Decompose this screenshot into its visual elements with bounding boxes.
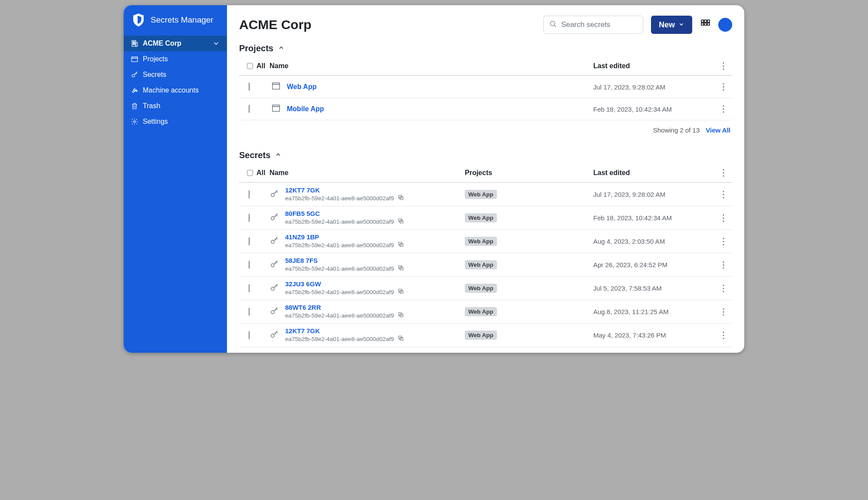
svg-point-45: [723, 214, 724, 215]
secret-row: 32JU3 6GWea75b2fb-59e2-4a01-aee8-ae5000d…: [239, 277, 732, 300]
project-link[interactable]: Web App: [287, 83, 316, 91]
secret-link[interactable]: 32JU3 6GW: [285, 280, 404, 288]
sidebar-item-label: Trash: [143, 102, 160, 110]
secret-row: 58JE8 7FSea75b2fb-59e2-4a01-aee8-ae5000d…: [239, 253, 732, 277]
secret-link[interactable]: 41NZ9 1BP: [285, 233, 404, 241]
avatar[interactable]: [718, 18, 732, 32]
svg-point-58: [723, 264, 724, 265]
svg-rect-14: [701, 20, 704, 22]
secrets-table-head: All Name Projects Last edited: [239, 163, 732, 183]
select-all-checkbox[interactable]: [247, 63, 253, 69]
row-checkbox[interactable]: [249, 261, 250, 269]
secrets-head-more[interactable]: [715, 169, 732, 177]
row-checkbox[interactable]: [249, 284, 250, 292]
sidebar-item-projects[interactable]: Projects: [124, 51, 227, 67]
project-chip[interactable]: Web App: [465, 260, 497, 269]
search-input[interactable]: [561, 20, 638, 29]
row-checkbox[interactable]: [249, 214, 250, 222]
row-checkbox[interactable]: [249, 105, 250, 113]
project-chip[interactable]: Web App: [465, 190, 497, 199]
svg-point-59: [723, 267, 724, 268]
row-more-icon[interactable]: [715, 331, 732, 339]
projects-col-name: Name: [270, 62, 593, 70]
sidebar-item-settings[interactable]: Settings: [124, 114, 227, 129]
row-more-icon[interactable]: [715, 285, 732, 292]
svg-point-10: [132, 74, 135, 77]
sidebar-item-secrets[interactable]: Secrets: [124, 67, 227, 83]
row-more-icon[interactable]: [715, 261, 732, 269]
svg-rect-18: [704, 23, 707, 25]
key-icon: [270, 306, 279, 318]
project-row: Mobile App Feb 18, 2023, 10:42:34 AM: [239, 98, 732, 120]
secret-link[interactable]: 12KT7 7GK: [285, 186, 404, 194]
copy-icon[interactable]: [398, 311, 404, 320]
secret-id: ea75b2fb-59e2-4a01-aee8-ae5000d02af9: [285, 219, 394, 225]
wrench-icon: [131, 86, 138, 94]
project-chip[interactable]: Web App: [465, 307, 497, 316]
svg-point-48: [271, 240, 274, 243]
secrets-col-all[interactable]: All: [239, 169, 270, 177]
copy-icon[interactable]: [398, 288, 404, 296]
svg-point-27: [723, 89, 724, 90]
search-box[interactable]: [543, 16, 643, 34]
new-button[interactable]: New: [651, 16, 692, 34]
sidebar-item-machine-accounts[interactable]: Machine accounts: [124, 83, 227, 98]
shield-logo-icon: [132, 13, 145, 27]
secret-edited: Jul 5, 2023, 7:58:53 AM: [593, 285, 715, 292]
svg-line-13: [554, 25, 556, 27]
svg-point-41: [723, 197, 724, 198]
secret-link[interactable]: 80FB5 5GC: [285, 210, 404, 217]
sidebar-org-selector[interactable]: ACME Corp: [124, 36, 227, 51]
apps-icon[interactable]: [700, 19, 710, 31]
sidebar-item-label: Projects: [143, 55, 168, 63]
copy-icon[interactable]: [398, 335, 404, 343]
row-checkbox[interactable]: [249, 190, 250, 199]
select-all-checkbox[interactable]: [247, 170, 253, 176]
copy-icon[interactable]: [398, 218, 404, 226]
row-checkbox[interactable]: [249, 237, 250, 245]
copy-icon[interactable]: [398, 241, 404, 249]
row-checkbox[interactable]: [249, 83, 250, 91]
secret-link[interactable]: 88WT6 2RR: [285, 304, 404, 311]
sidebar-item-trash[interactable]: Trash: [124, 98, 227, 114]
project-chip[interactable]: Web App: [465, 237, 497, 246]
secret-link[interactable]: 58JE8 7FS: [285, 257, 404, 264]
project-chip[interactable]: Web App: [465, 331, 497, 340]
project-chip[interactable]: Web App: [465, 284, 497, 293]
secret-link[interactable]: 12KT7 7GK: [285, 327, 404, 334]
projects-head-more[interactable]: [715, 62, 732, 70]
copy-icon[interactable]: [398, 194, 404, 202]
key-icon: [270, 283, 279, 294]
row-more-icon[interactable]: [715, 214, 732, 222]
row-checkbox[interactable]: [249, 331, 250, 339]
row-more-icon[interactable]: [715, 308, 732, 316]
row-more-icon[interactable]: [715, 191, 732, 199]
copy-icon[interactable]: [398, 265, 404, 273]
folder-icon: [131, 55, 138, 63]
col-all-label: All: [256, 62, 265, 70]
row-checkbox[interactable]: [249, 308, 250, 316]
svg-point-69: [723, 308, 724, 309]
brand-title: Secrets Manager: [151, 15, 214, 25]
projects-section-head[interactable]: Projects: [239, 43, 732, 53]
svg-point-12: [550, 21, 555, 26]
project-link[interactable]: Mobile App: [287, 105, 324, 113]
page-title: ACME Corp: [239, 17, 312, 32]
row-more-icon[interactable]: [715, 83, 732, 91]
search-icon: [549, 20, 557, 30]
svg-point-21: [723, 65, 724, 66]
secret-row: 80FB5 5GCea75b2fb-59e2-4a01-aee8-ae5000d…: [239, 206, 732, 230]
chevron-down-icon: [678, 20, 684, 30]
svg-point-25: [723, 83, 724, 84]
secrets-col-edited: Last edited: [593, 169, 715, 177]
projects-view-all[interactable]: View All: [706, 126, 730, 134]
projects-col-all[interactable]: All: [239, 62, 270, 70]
project-chip[interactable]: Web App: [465, 213, 497, 222]
key-icon: [270, 330, 279, 341]
svg-rect-6: [134, 44, 135, 45]
secrets-section-head[interactable]: Secrets: [239, 150, 732, 160]
svg-point-72: [271, 334, 274, 337]
row-more-icon[interactable]: [715, 238, 732, 245]
secret-edited: Aug 4, 2023, 2:03:50 AM: [593, 238, 715, 245]
row-more-icon[interactable]: [715, 105, 732, 113]
